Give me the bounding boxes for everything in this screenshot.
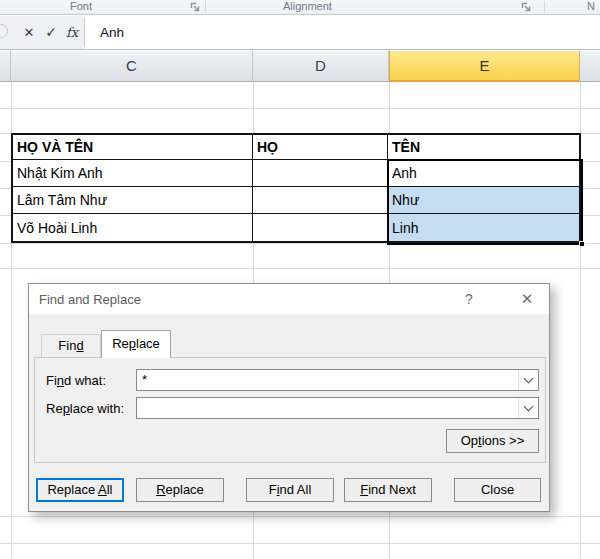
table-row: Võ Hoài Linh Linh [13,214,579,241]
font-dialog-launcher-icon[interactable] [190,2,201,13]
find-replace-dialog: Find and Replace ? ✕ Find Replace Find w… [28,283,550,512]
ribbon-strip: Font Alignment N [0,0,600,15]
ribbon-group-font-label: Font [70,0,92,12]
cell-ho[interactable] [253,187,388,213]
excel-window: Font Alignment N ✕ ✓ fx Anh [0,0,600,559]
cancel-icon[interactable]: ✕ [20,16,38,49]
gridline [0,268,600,269]
chevron-down-icon[interactable] [518,398,538,418]
fill-handle[interactable] [579,241,585,247]
column-header-f-sliver[interactable] [580,51,600,82]
table-header-row: HỌ VÀ TÊN HỌ TÊN [13,135,579,160]
cell-ten-active[interactable]: Anh [388,160,579,186]
ribbon-group-number-label: N [587,0,595,12]
dialog-title-bar[interactable]: Find and Replace ? ✕ [29,284,549,314]
cell-header-ho-va-ten[interactable]: HỌ VÀ TÊN [13,135,253,159]
table-row: Nhật Kim Anh Anh [13,160,579,187]
cell-ho[interactable] [253,160,388,186]
ribbon-group-separator [205,1,206,13]
replace-with-label: Replace with: [46,401,124,416]
cell-full-name[interactable]: Võ Hoài Linh [13,214,253,241]
chevron-down-icon[interactable] [518,370,538,390]
dialog-title: Find and Replace [39,292,141,307]
gridline [0,243,600,244]
enter-icon[interactable]: ✓ [42,16,60,49]
find-all-button[interactable]: Find All [246,478,334,502]
table-row: Lâm Tâm Như Như [13,187,579,214]
cell-ho[interactable] [253,214,388,241]
replace-all-button[interactable]: Replace All [36,478,124,502]
help-icon[interactable]: ? [457,288,481,310]
alignment-dialog-launcher-icon[interactable] [521,2,532,13]
formula-input[interactable] [85,16,600,49]
cell-full-name[interactable]: Nhật Kim Anh [13,160,253,186]
tab-find[interactable]: Find [41,334,101,357]
cell-full-name[interactable]: Lâm Tâm Như [13,187,253,213]
gridline [0,108,600,109]
find-what-label: Find what: [46,373,106,388]
ribbon-group-separator [544,1,545,13]
close-icon[interactable]: ✕ [515,288,539,310]
column-header-e-selected[interactable]: E [389,51,580,82]
replace-button[interactable]: Replace [136,478,224,502]
options-button[interactable]: Options >> [446,429,539,453]
ribbon-group-alignment-label: Alignment [283,0,332,12]
tab-replace[interactable]: Replace [101,330,171,358]
cell-header-ho[interactable]: HỌ [253,135,388,159]
find-what-combobox[interactable]: * [136,369,539,391]
column-header-c[interactable]: C [11,51,253,82]
name-box-edge [0,24,8,38]
gridline [0,516,600,517]
cell-ten-selected[interactable]: Như [388,187,579,213]
column-header-d[interactable]: D [253,51,389,82]
formula-bar: ✕ ✓ fx Anh [0,16,600,50]
close-button[interactable]: Close [454,478,541,502]
insert-function-icon[interactable]: fx [63,16,81,49]
column-header-b-sliver[interactable] [0,51,11,82]
cell-header-ten[interactable]: TÊN [388,135,579,159]
column-header-row: C D E [0,51,600,82]
find-what-value: * [142,372,147,387]
gridline [0,543,600,544]
replace-with-combobox[interactable] [136,397,539,419]
find-next-button[interactable]: Find Next [344,478,432,502]
cell-ten-selected[interactable]: Linh [388,214,579,241]
formula-bar-separator [84,18,85,47]
formula-bar-value[interactable]: Anh [100,16,124,49]
name-table: HỌ VÀ TÊN HỌ TÊN Nhật Kim Anh Anh Lâm Tâ… [11,133,581,243]
